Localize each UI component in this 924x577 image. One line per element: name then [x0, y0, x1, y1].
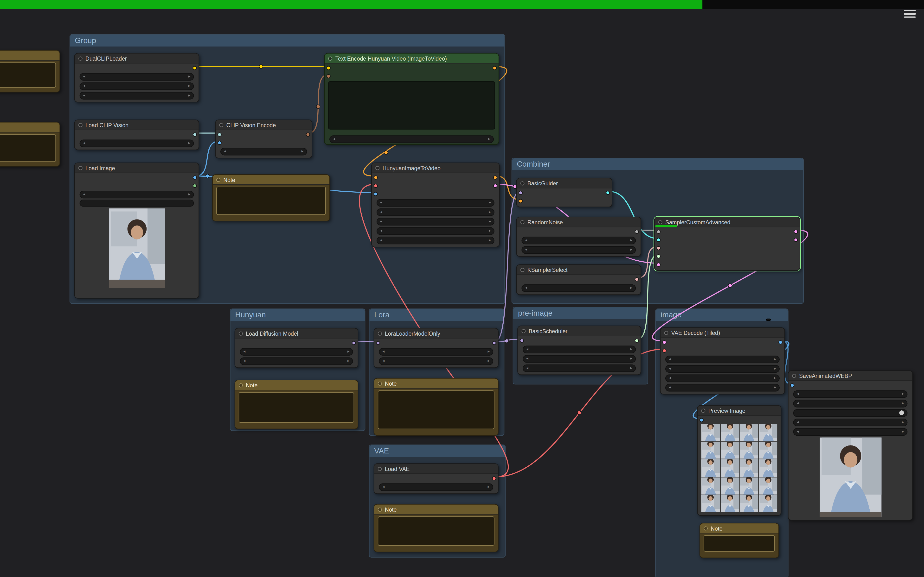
conditioning-input-port[interactable]	[519, 199, 523, 203]
decrement-arrow-icon[interactable]: ◂	[797, 420, 799, 425]
node-header[interactable]: DualCLIPLoader	[75, 53, 199, 64]
node-header[interactable]: CLIP Vision Encode	[216, 120, 312, 130]
clip-vision-output-port[interactable]	[193, 132, 197, 136]
increment-arrow-icon[interactable]: ▸	[188, 192, 190, 197]
fps-widget[interactable]: ◂▸	[793, 400, 908, 407]
clip-vision-output-output-port[interactable]	[306, 132, 310, 136]
node-dual-clip-loader[interactable]: DualCLIPLoader◂▸◂▸◂▸	[74, 53, 199, 102]
mask-output-port[interactable]	[193, 184, 197, 187]
noise-input-port[interactable]	[656, 229, 661, 234]
decrement-arrow-icon[interactable]: ◂	[83, 84, 85, 89]
width-widget[interactable]: ◂▸	[376, 199, 494, 206]
group-title[interactable]: Combiner	[512, 158, 803, 170]
note-body[interactable]	[0, 134, 56, 162]
note-text[interactable]	[239, 392, 354, 423]
decrement-arrow-icon[interactable]: ◂	[669, 357, 671, 362]
node-vae-decode-tiled[interactable]: VAE Decode (Tiled)◂▸◂▸◂▸◂▸	[660, 327, 785, 395]
increment-arrow-icon[interactable]: ▸	[902, 401, 904, 406]
increment-arrow-icon[interactable]: ▸	[774, 357, 776, 362]
type-widget[interactable]: ◂▸	[80, 92, 194, 99]
decrement-arrow-icon[interactable]: ◂	[669, 376, 671, 380]
image-interleave-widget[interactable]: ◂▸	[330, 135, 494, 143]
decrement-arrow-icon[interactable]: ◂	[382, 485, 384, 490]
group-title[interactable]: Lora	[370, 309, 504, 321]
increment-arrow-icon[interactable]: ▸	[488, 349, 489, 354]
sampler-input-port[interactable]	[656, 246, 661, 250]
decrement-arrow-icon[interactable]: ◂	[380, 238, 382, 243]
increment-arrow-icon[interactable]: ▸	[489, 228, 491, 233]
node-note-guidance[interactable]: Note	[212, 174, 330, 221]
decrement-arrow-icon[interactable]: ◂	[382, 358, 384, 363]
node-header[interactable]: HunyuanImageToVideo	[372, 163, 499, 173]
node-note-vae[interactable]: Note	[374, 504, 499, 552]
note-node-partial-2[interactable]	[0, 122, 60, 167]
denoise-widget[interactable]: ◂▸	[523, 364, 636, 372]
group-title[interactable]: Hunyuan	[231, 309, 365, 321]
increment-arrow-icon[interactable]: ▸	[774, 376, 776, 380]
increment-arrow-icon[interactable]: ▸	[188, 74, 190, 79]
increment-arrow-icon[interactable]: ▸	[774, 366, 776, 371]
node-header[interactable]: Load Image	[75, 163, 199, 173]
length-widget[interactable]: ◂▸	[376, 218, 494, 225]
guidance-type-widget[interactable]: ◂▸	[376, 236, 494, 244]
increment-arrow-icon[interactable]: ▸	[630, 285, 632, 290]
node-load-clip-vision[interactable]: Load CLIP Vision◂▸	[74, 119, 199, 150]
increment-arrow-icon[interactable]: ▸	[347, 349, 350, 354]
decrement-arrow-icon[interactable]: ◂	[526, 356, 528, 361]
sampler-output-port[interactable]	[635, 277, 639, 281]
increment-arrow-icon[interactable]: ▸	[489, 210, 491, 214]
increment-arrow-icon[interactable]: ▸	[630, 247, 632, 252]
node-header[interactable]: BasicGuider	[517, 178, 612, 189]
strength-model-widget[interactable]: ◂▸	[379, 357, 493, 365]
decrement-arrow-icon[interactable]: ◂	[83, 141, 85, 145]
vae-name-widget[interactable]: ◂▸	[379, 483, 493, 491]
crop-widget[interactable]: ◂▸	[220, 147, 307, 155]
increment-arrow-icon[interactable]: ▸	[902, 429, 904, 434]
increment-arrow-icon[interactable]: ▸	[630, 238, 632, 243]
increment-arrow-icon[interactable]: ▸	[489, 219, 491, 224]
filename-prefix-widget[interactable]: ◂▸	[793, 390, 908, 398]
node-sampler-custom-advanced[interactable]: SamplerCustomAdvanced	[654, 217, 800, 271]
node-random-noise[interactable]: RandomNoise◂▸◂▸	[516, 217, 641, 257]
tile-size-widget[interactable]: ◂▸	[666, 355, 780, 363]
node-header[interactable]: Text Encode Hunyuan Video (ImageToVideo)	[325, 53, 498, 64]
clip-output-port[interactable]	[193, 66, 197, 70]
images-input-port[interactable]	[790, 383, 794, 387]
node-header[interactable]	[0, 122, 60, 132]
temporal-size-widget[interactable]: ◂▸	[666, 374, 780, 382]
image-input-port[interactable]	[218, 140, 221, 145]
denoised-output-output-port[interactable]	[794, 237, 798, 242]
node-header[interactable]: Note	[235, 380, 357, 390]
decrement-arrow-icon[interactable]: ◂	[797, 392, 799, 396]
node-load-diffusion-model[interactable]: Load Diffusion Model◂▸◂▸	[234, 328, 358, 368]
increment-arrow-icon[interactable]: ▸	[489, 200, 491, 205]
increment-arrow-icon[interactable]: ▸	[488, 358, 489, 363]
samples-input-port[interactable]	[662, 340, 667, 344]
model-input-port[interactable]	[376, 341, 380, 345]
node-ksampler-select[interactable]: KSamplerSelect◂▸	[516, 264, 641, 295]
increment-arrow-icon[interactable]: ▸	[630, 347, 632, 351]
positive-output-port[interactable]	[493, 175, 498, 179]
node-load-vae[interactable]: Load VAE◂▸	[374, 463, 499, 494]
lossless-toggle[interactable]	[899, 410, 904, 415]
increment-arrow-icon[interactable]: ▸	[188, 141, 190, 145]
clip-name2-widget[interactable]: ◂▸	[80, 82, 194, 90]
decrement-arrow-icon[interactable]: ◂	[525, 285, 527, 290]
image-output-port[interactable]	[193, 175, 197, 179]
node-text-encode-hunyuan-video[interactable]: Text Encode Hunyuan Video (ImageToVideo)…	[324, 53, 499, 145]
control-after-generate-widget[interactable]: ◂▸	[522, 246, 636, 253]
node-note-hunyuan[interactable]: Note	[234, 380, 358, 429]
decrement-arrow-icon[interactable]: ◂	[380, 228, 382, 233]
positive-input-port[interactable]	[374, 175, 378, 179]
note-node-partial-1[interactable]	[0, 50, 60, 92]
sampler-name-widget[interactable]: ◂▸	[522, 284, 636, 292]
increment-arrow-icon[interactable]: ▸	[302, 149, 304, 154]
node-basic-scheduler[interactable]: BasicScheduler◂▸◂▸◂▸	[517, 326, 641, 375]
clip-name1-widget[interactable]: ◂▸	[80, 73, 194, 80]
increment-arrow-icon[interactable]: ▸	[488, 137, 490, 141]
node-header[interactable]: RandomNoise	[517, 218, 641, 227]
vae-output-port[interactable]	[492, 476, 496, 480]
decrement-arrow-icon[interactable]: ◂	[224, 149, 226, 154]
decrement-arrow-icon[interactable]: ◂	[797, 429, 799, 434]
overlap-widget[interactable]: ◂▸	[666, 365, 780, 372]
